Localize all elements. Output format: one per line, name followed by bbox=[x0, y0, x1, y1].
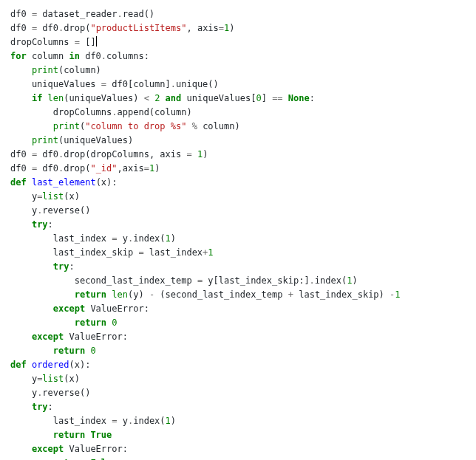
code-line: for column in df0.columns: bbox=[10, 51, 149, 61]
code-line: second_last_index_temp = y[last_index_sk… bbox=[10, 275, 358, 286]
code-line: df0 = df0.drop("_id",axis=1) bbox=[10, 163, 160, 174]
code-line: uniqueValues = df0[column].unique() bbox=[10, 79, 219, 89]
code-block: df0 = dataset_reader.read() df0 = df0.dr… bbox=[0, 0, 476, 460]
code-line: except ValueError: bbox=[10, 303, 149, 314]
code-line: y=list(x) bbox=[10, 191, 80, 202]
code-line: df0 = df0.drop("productListItems", axis=… bbox=[10, 23, 235, 33]
code-line: def last_element(x): bbox=[10, 177, 118, 188]
code-line: try: bbox=[10, 402, 53, 412]
code-line: df0 = df0.drop(dropColumns, axis = 1) bbox=[10, 149, 208, 159]
code-line: last_index_skip = last_index+1 bbox=[10, 247, 214, 258]
code-line: print(uniqueValues) bbox=[10, 135, 133, 145]
code-line: df0 = dataset_reader.read() bbox=[10, 9, 154, 19]
code-line: return 0 bbox=[10, 346, 96, 356]
code-line: y.reverse() bbox=[10, 205, 90, 216]
code-line: return len(y) - (second_last_index_temp … bbox=[10, 289, 401, 300]
code-line: try: bbox=[10, 219, 53, 230]
code-line: try: bbox=[10, 261, 75, 272]
code-line: print(column) bbox=[10, 65, 101, 75]
code-line: return True bbox=[10, 430, 112, 440]
text-cursor bbox=[96, 36, 97, 47]
code-line: except ValueError: bbox=[10, 444, 128, 454]
code-line: dropColumns = [] bbox=[10, 37, 97, 47]
code-line: return 0 bbox=[10, 317, 118, 328]
code-line: print("column to drop %s" % column) bbox=[10, 121, 240, 131]
code-line: dropColumns.append(column) bbox=[10, 107, 192, 117]
code-line: last_index = y.index(1) bbox=[10, 233, 176, 244]
code-line: def ordered(x): bbox=[10, 360, 90, 370]
code-line: y=list(x) bbox=[10, 374, 80, 384]
code-line: last_index = y.index(1) bbox=[10, 416, 176, 426]
code-line: y.reverse() bbox=[10, 388, 90, 398]
code-line: if len(uniqueValues) < 2 and uniqueValue… bbox=[10, 93, 315, 103]
code-line: except ValueError: bbox=[10, 332, 128, 342]
